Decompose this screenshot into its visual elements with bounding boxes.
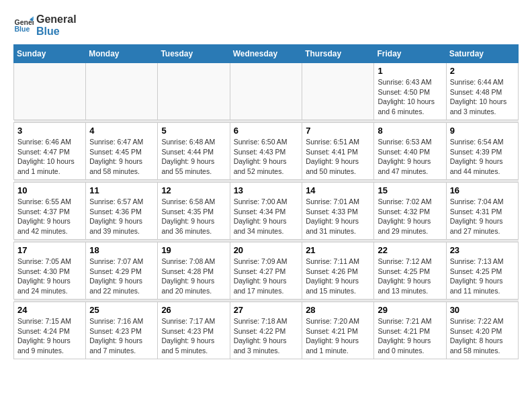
day-number: 16 [450,185,515,195]
day-number: 19 [161,245,226,255]
day-number: 25 [89,305,154,315]
day-info: Sunrise: 7:08 AM Sunset: 4:28 PM Dayligh… [161,257,226,296]
day-number: 8 [378,126,442,136]
day-number: 27 [234,305,299,315]
day-number: 17 [17,245,82,255]
day-info: Sunrise: 7:09 AM Sunset: 4:27 PM Dayligh… [234,257,299,296]
day-info: Sunrise: 6:46 AM Sunset: 4:47 PM Dayligh… [17,137,82,177]
day-number: 4 [89,126,154,136]
calendar-cell: 22Sunrise: 7:12 AM Sunset: 4:25 PM Dayli… [374,242,446,300]
calendar-cell: 14Sunrise: 7:01 AM Sunset: 4:33 PM Dayli… [302,183,374,240]
calendar-cell [158,63,230,120]
day-info: Sunrise: 7:16 AM Sunset: 4:23 PM Dayligh… [89,316,154,356]
day-number: 6 [234,126,299,136]
weekday-header-tuesday: Tuesday [158,45,230,63]
day-info: Sunrise: 6:53 AM Sunset: 4:40 PM Dayligh… [378,137,442,177]
calendar: SundayMondayTuesdayWednesdayThursdayFrid… [13,44,519,359]
calendar-cell: 30Sunrise: 7:22 AM Sunset: 4:20 PM Dayli… [446,302,518,359]
calendar-cell: 8Sunrise: 6:53 AM Sunset: 4:40 PM Daylig… [374,123,446,180]
day-number: 21 [306,245,370,255]
calendar-cell: 12Sunrise: 6:58 AM Sunset: 4:35 PM Dayli… [158,183,230,240]
week-row-3: 10Sunrise: 6:55 AM Sunset: 4:37 PM Dayli… [14,183,519,240]
calendar-cell: 19Sunrise: 7:08 AM Sunset: 4:28 PM Dayli… [158,242,230,300]
day-number: 18 [89,245,154,255]
week-row-2: 3Sunrise: 6:46 AM Sunset: 4:47 PM Daylig… [14,123,519,180]
day-info: Sunrise: 6:58 AM Sunset: 4:35 PM Dayligh… [161,197,226,236]
day-info: Sunrise: 6:57 AM Sunset: 4:36 PM Dayligh… [89,197,154,236]
day-info: Sunrise: 7:12 AM Sunset: 4:25 PM Dayligh… [378,257,442,296]
weekday-header-monday: Monday [86,45,158,63]
calendar-cell: 7Sunrise: 6:51 AM Sunset: 4:41 PM Daylig… [302,123,374,180]
page-header: General Blue General Blue [13,13,519,38]
day-info: Sunrise: 6:43 AM Sunset: 4:50 PM Dayligh… [378,77,442,117]
calendar-cell: 26Sunrise: 7:17 AM Sunset: 4:23 PM Dayli… [158,302,230,359]
day-number: 9 [450,126,515,136]
logo-blue: Blue [36,26,77,38]
day-info: Sunrise: 6:48 AM Sunset: 4:44 PM Dayligh… [161,137,226,177]
week-row-1: 1Sunrise: 6:43 AM Sunset: 4:50 PM Daylig… [14,63,519,120]
week-row-5: 24Sunrise: 7:15 AM Sunset: 4:24 PM Dayli… [14,302,519,359]
day-number: 29 [378,305,442,315]
calendar-cell: 1Sunrise: 6:43 AM Sunset: 4:50 PM Daylig… [374,63,446,120]
calendar-cell: 29Sunrise: 7:21 AM Sunset: 4:21 PM Dayli… [374,302,446,359]
weekday-header-wednesday: Wednesday [230,45,302,63]
calendar-cell: 25Sunrise: 7:16 AM Sunset: 4:23 PM Dayli… [86,302,158,359]
day-info: Sunrise: 7:20 AM Sunset: 4:21 PM Dayligh… [306,316,370,356]
day-info: Sunrise: 6:47 AM Sunset: 4:45 PM Dayligh… [89,137,154,177]
calendar-cell: 5Sunrise: 6:48 AM Sunset: 4:44 PM Daylig… [158,123,230,180]
calendar-cell [86,63,158,120]
svg-text:Blue: Blue [15,25,30,33]
day-info: Sunrise: 7:21 AM Sunset: 4:21 PM Dayligh… [378,316,442,356]
week-row-4: 17Sunrise: 7:05 AM Sunset: 4:30 PM Dayli… [14,242,519,300]
day-info: Sunrise: 7:13 AM Sunset: 4:25 PM Dayligh… [450,257,515,296]
day-number: 15 [378,185,442,195]
day-info: Sunrise: 6:55 AM Sunset: 4:37 PM Dayligh… [17,197,82,236]
weekday-header-thursday: Thursday [302,45,374,63]
day-info: Sunrise: 7:00 AM Sunset: 4:34 PM Dayligh… [234,197,299,236]
day-info: Sunrise: 7:01 AM Sunset: 4:33 PM Dayligh… [306,197,370,236]
weekday-header-sunday: Sunday [14,45,86,63]
day-number: 11 [89,185,154,195]
calendar-cell: 18Sunrise: 7:07 AM Sunset: 4:29 PM Dayli… [86,242,158,300]
day-info: Sunrise: 7:22 AM Sunset: 4:20 PM Dayligh… [450,316,515,356]
calendar-cell: 23Sunrise: 7:13 AM Sunset: 4:25 PM Dayli… [446,242,518,300]
calendar-cell [230,63,302,120]
day-info: Sunrise: 6:44 AM Sunset: 4:48 PM Dayligh… [450,77,515,117]
day-number: 20 [234,245,299,255]
calendar-cell: 21Sunrise: 7:11 AM Sunset: 4:26 PM Dayli… [302,242,374,300]
calendar-cell [14,63,86,120]
calendar-cell: 3Sunrise: 6:46 AM Sunset: 4:47 PM Daylig… [14,123,86,180]
day-number: 23 [450,245,515,255]
day-number: 7 [306,126,370,136]
day-info: Sunrise: 7:11 AM Sunset: 4:26 PM Dayligh… [306,257,370,296]
calendar-cell: 28Sunrise: 7:20 AM Sunset: 4:21 PM Dayli… [302,302,374,359]
day-info: Sunrise: 7:18 AM Sunset: 4:22 PM Dayligh… [234,316,299,356]
day-number: 3 [17,126,82,136]
weekday-header-friday: Friday [374,45,446,63]
day-number: 26 [161,305,226,315]
day-number: 28 [306,305,370,315]
day-info: Sunrise: 7:05 AM Sunset: 4:30 PM Dayligh… [17,257,82,296]
day-number: 13 [234,185,299,195]
logo-icon: General Blue [13,15,34,36]
calendar-cell: 16Sunrise: 7:04 AM Sunset: 4:31 PM Dayli… [446,183,518,240]
weekday-header-row: SundayMondayTuesdayWednesdayThursdayFrid… [14,45,519,63]
day-number: 1 [378,66,442,76]
day-info: Sunrise: 7:17 AM Sunset: 4:23 PM Dayligh… [161,316,226,356]
calendar-cell: 11Sunrise: 6:57 AM Sunset: 4:36 PM Dayli… [86,183,158,240]
day-number: 14 [306,185,370,195]
calendar-cell: 9Sunrise: 6:54 AM Sunset: 4:39 PM Daylig… [446,123,518,180]
calendar-cell: 6Sunrise: 6:50 AM Sunset: 4:43 PM Daylig… [230,123,302,180]
day-info: Sunrise: 7:04 AM Sunset: 4:31 PM Dayligh… [450,197,515,236]
day-number: 10 [17,185,82,195]
weekday-header-saturday: Saturday [446,45,518,63]
calendar-cell: 24Sunrise: 7:15 AM Sunset: 4:24 PM Dayli… [14,302,86,359]
day-number: 5 [161,126,226,136]
calendar-cell [302,63,374,120]
day-info: Sunrise: 6:51 AM Sunset: 4:41 PM Dayligh… [306,137,370,177]
calendar-cell: 20Sunrise: 7:09 AM Sunset: 4:27 PM Dayli… [230,242,302,300]
day-info: Sunrise: 6:50 AM Sunset: 4:43 PM Dayligh… [234,137,299,177]
calendar-cell: 4Sunrise: 6:47 AM Sunset: 4:45 PM Daylig… [86,123,158,180]
day-info: Sunrise: 7:15 AM Sunset: 4:24 PM Dayligh… [17,316,82,356]
day-number: 2 [450,66,515,76]
